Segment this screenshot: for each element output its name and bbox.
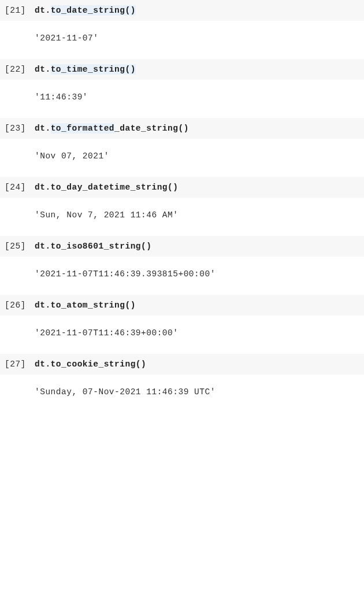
input-code[interactable]: dt.to_iso8601_string() [35,242,151,251]
output-text: '2021-11-07' [35,34,98,43]
notebook-cell: [27] dt.to_cookie_string()[00] 'Sunday, … [0,354,364,413]
code-prefix: dt.to_day_datetime_string() [35,183,178,192]
output-row: [00] '11:46:39' [0,80,364,118]
notebook-cell: [21] dt.to_date_string()[00] '2021-11-07… [0,0,364,59]
output-row: [00] '2021-11-07T11:46:39+00:00' [0,316,364,354]
input-row[interactable]: [22] dt.to_time_string() [0,59,364,80]
code-highlight: to_time_string() [51,64,136,75]
notebook-cell: [22] dt.to_time_string()[00] '11:46:39' [0,59,364,118]
code-prefix: dt. [35,65,51,74]
notebook-cell: [25] dt.to_iso8601_string()[00] '2021-11… [0,236,364,295]
input-code[interactable]: dt.to_atom_string() [35,301,136,310]
input-prompt: [26] [5,301,35,310]
output-row: [00] '2021-11-07T11:46:39.393815+00:00' [0,257,364,295]
code-prefix: dt.to_atom_string() [35,301,136,310]
input-row[interactable]: [24] dt.to_day_datetime_string() [0,177,364,198]
input-code[interactable]: dt.to_formatted_date_string() [35,124,189,133]
input-row[interactable]: [26] dt.to_atom_string() [0,295,364,316]
notebook-cell: [26] dt.to_atom_string()[00] '2021-11-07… [0,295,364,354]
output-text: 'Sun, Nov 7, 2021 11:46 AM' [35,210,178,220]
input-row[interactable]: [25] dt.to_iso8601_string() [0,236,364,257]
input-prompt: [21] [5,6,35,15]
input-prompt: [22] [5,65,35,74]
input-code[interactable]: dt.to_day_datetime_string() [35,183,178,192]
input-row[interactable]: [27] dt.to_cookie_string() [0,354,364,375]
code-prefix: dt.to_cookie_string() [35,360,146,369]
code-highlight: to_date_string() [51,5,136,16]
output-text: 'Nov 07, 2021' [35,151,109,161]
output-text: '2021-11-07T11:46:39+00:00' [35,328,178,338]
output-row: [00] 'Sun, Nov 7, 2021 11:46 AM' [0,198,364,236]
output-text: '2021-11-07T11:46:39.393815+00:00' [35,269,216,279]
notebook-cell: [24] dt.to_day_datetime_string()[00] 'Su… [0,177,364,236]
output-text: 'Sunday, 07-Nov-2021 11:46:39 UTC' [35,387,216,397]
notebook-cell: [23] dt.to_formatted_date_string()[00] '… [0,118,364,177]
code-suffix: _date_string() [114,124,189,133]
input-prompt: [27] [5,360,35,369]
input-prompt: [24] [5,183,35,192]
code-prefix: dt.to_iso8601_string() [35,242,151,251]
code-prefix: dt. [35,6,51,15]
output-row: [00] 'Sunday, 07-Nov-2021 11:46:39 UTC' [0,375,364,413]
input-prompt: [23] [5,124,35,133]
output-row: [00] 'Nov 07, 2021' [0,139,364,177]
input-code[interactable]: dt.to_time_string() [35,65,136,74]
code-highlight: to_formatted [51,123,114,134]
input-code[interactable]: dt.to_cookie_string() [35,360,146,369]
input-code[interactable]: dt.to_date_string() [35,6,136,15]
code-prefix: dt. [35,124,51,133]
input-row[interactable]: [21] dt.to_date_string() [0,0,364,21]
input-prompt: [25] [5,242,35,251]
output-text: '11:46:39' [35,92,88,102]
input-row[interactable]: [23] dt.to_formatted_date_string() [0,118,364,139]
output-row: [00] '2021-11-07' [0,21,364,59]
